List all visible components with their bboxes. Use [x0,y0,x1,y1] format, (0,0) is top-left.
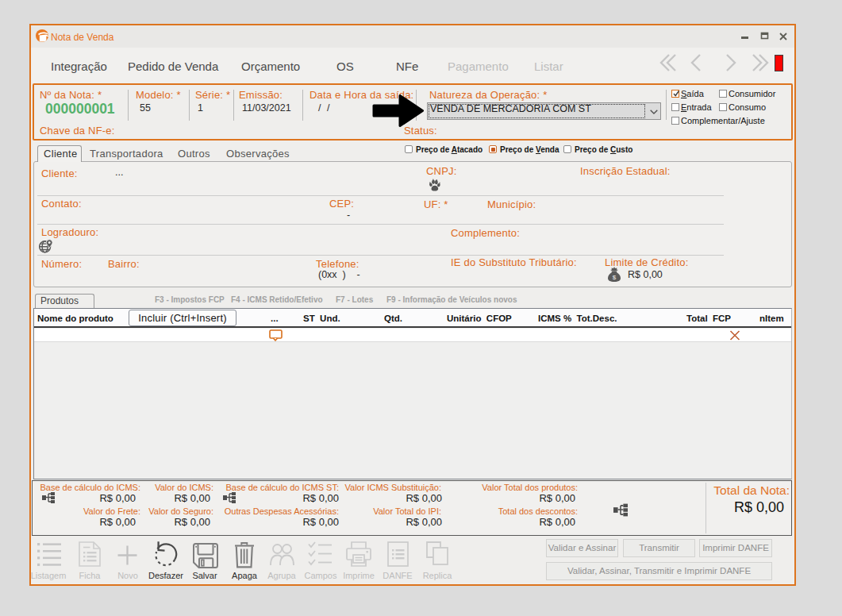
svg-text:$: $ [613,274,617,281]
